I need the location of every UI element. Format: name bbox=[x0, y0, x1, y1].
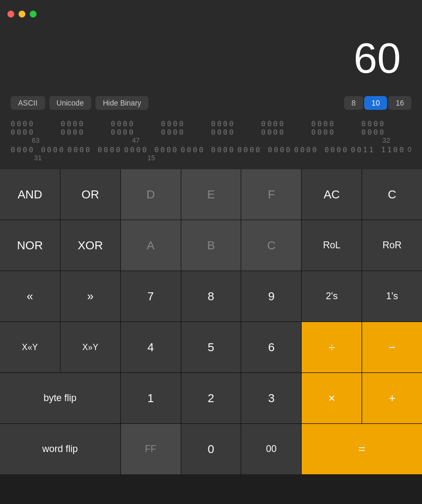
pos-15: 15 bbox=[147, 154, 155, 162]
c2-button[interactable]: C bbox=[241, 220, 301, 271]
f-button[interactable]: F bbox=[241, 169, 301, 220]
twos-comp-button[interactable]: 2's bbox=[302, 271, 362, 321]
bits-15: 0000 0000 bbox=[124, 145, 179, 154]
bits-47: 0000 0000 bbox=[111, 119, 161, 136]
display-area: 60 bbox=[0, 28, 422, 92]
binary-block-g1: 0000 0000 bbox=[211, 119, 261, 144]
hide-binary-button[interactable]: Hide Binary bbox=[95, 96, 148, 110]
xshiftlefty-button[interactable]: X«Y bbox=[0, 322, 60, 372]
binary-block-g3: 0000 0000 bbox=[311, 119, 362, 144]
or-button[interactable]: OR bbox=[60, 169, 120, 220]
xshiftrighty-button[interactable]: X»Y bbox=[60, 322, 120, 372]
add-button[interactable]: + bbox=[362, 373, 422, 423]
binary-block-15: 0000 0000 15 bbox=[124, 145, 179, 162]
binary-block-55: 0000 0000 bbox=[61, 119, 111, 144]
c-button[interactable]: C bbox=[362, 169, 422, 220]
bits-h2: 0000 0000 bbox=[294, 145, 349, 154]
rol-button[interactable]: RoL bbox=[302, 220, 362, 271]
eight-button[interactable]: 8 bbox=[181, 271, 241, 321]
bits-31: 0000 0000 bbox=[11, 145, 65, 154]
pos-0: 0 bbox=[408, 145, 411, 153]
binary-block-39: 0000 0000 bbox=[161, 119, 212, 144]
shift-right-button[interactable]: » bbox=[60, 271, 120, 321]
bits-39: 0000 0000 bbox=[161, 119, 212, 136]
bits-32: 0000 0000 bbox=[362, 119, 412, 136]
b-button[interactable]: B bbox=[181, 220, 241, 271]
six-button[interactable]: 6 bbox=[241, 322, 301, 372]
binary-block-7: 0000 0000 bbox=[181, 145, 235, 162]
binary-block-47: 0000 0000 47 bbox=[111, 119, 161, 144]
ff-button[interactable]: FF bbox=[121, 424, 181, 474]
ones-comp-button[interactable]: 1's bbox=[362, 271, 422, 321]
zero-button[interactable]: 0 bbox=[181, 424, 241, 474]
bits-63: 0000 0000 bbox=[11, 119, 61, 136]
and-button[interactable]: AND bbox=[0, 169, 60, 220]
binary-block-63: 0000 0000 63 bbox=[11, 119, 61, 144]
a-button[interactable]: A bbox=[121, 220, 181, 271]
binary-block-23: 0000 0000 bbox=[67, 145, 122, 162]
binary-block-31: 0000 0000 31 bbox=[11, 145, 65, 162]
byte-flip-button[interactable]: byte flip bbox=[0, 373, 120, 423]
shift-left-button[interactable]: « bbox=[0, 271, 60, 321]
base-selector: 8 10 16 bbox=[344, 96, 411, 110]
unicode-button[interactable]: Unicode bbox=[49, 96, 91, 110]
xor-button[interactable]: XOR bbox=[60, 220, 120, 271]
bits-g1: 0000 0000 bbox=[211, 119, 261, 136]
subtract-button[interactable]: − bbox=[362, 322, 422, 372]
e-button[interactable]: E bbox=[181, 169, 241, 220]
maximize-button[interactable] bbox=[30, 11, 37, 18]
binary-block-h1: 0000 0000 bbox=[238, 145, 292, 162]
bits-g3: 0000 0000 bbox=[311, 119, 362, 136]
pos-63: 63 bbox=[32, 136, 39, 144]
five-button[interactable]: 5 bbox=[181, 322, 241, 372]
calculator-grid: AND OR D E F AC C NOR XOR A B C RoL RoR … bbox=[0, 169, 422, 474]
title-bar bbox=[0, 0, 422, 28]
binary-block-g2: 0000 0000 bbox=[261, 119, 312, 144]
multiply-button[interactable]: × bbox=[302, 373, 362, 423]
double-zero-button[interactable]: 00 bbox=[241, 424, 301, 474]
binary-block-h3: 0011 1100 bbox=[351, 145, 406, 162]
binary-block-0: 0 bbox=[408, 145, 411, 162]
base-16-button[interactable]: 16 bbox=[388, 96, 411, 110]
seven-button[interactable]: 7 bbox=[121, 271, 181, 321]
nine-button[interactable]: 9 bbox=[241, 271, 301, 321]
word-flip-button[interactable]: word flip bbox=[0, 424, 120, 474]
nor-button[interactable]: NOR bbox=[0, 220, 60, 271]
equals-button[interactable]: = bbox=[302, 424, 422, 474]
two-button[interactable]: 2 bbox=[181, 373, 241, 423]
pos-32: 32 bbox=[383, 136, 390, 144]
bits-23: 0000 0000 bbox=[67, 145, 122, 154]
four-button[interactable]: 4 bbox=[121, 322, 181, 372]
binary-block-h2: 0000 0000 bbox=[294, 145, 349, 162]
ascii-button[interactable]: ASCII bbox=[11, 96, 45, 110]
toolbar: ASCII Unicode Hide Binary 8 10 16 bbox=[0, 92, 422, 116]
bits-55: 0000 0000 bbox=[61, 119, 111, 136]
base-10-button[interactable]: 10 bbox=[364, 96, 388, 110]
divide-button[interactable]: ÷ bbox=[302, 322, 362, 372]
bits-7: 0000 0000 bbox=[181, 145, 235, 154]
pos-31: 31 bbox=[34, 154, 41, 162]
close-button[interactable] bbox=[7, 11, 14, 18]
main-display: 60 bbox=[11, 28, 411, 86]
bits-h1: 0000 0000 bbox=[238, 145, 292, 154]
minimize-button[interactable] bbox=[19, 11, 25, 18]
ac-button[interactable]: AC bbox=[302, 169, 362, 220]
d-button[interactable]: D bbox=[121, 169, 181, 220]
pos-47: 47 bbox=[132, 136, 139, 144]
base-8-button[interactable]: 8 bbox=[344, 96, 363, 110]
one-button[interactable]: 1 bbox=[121, 373, 181, 423]
binary-display: 0000 0000 63 0000 0000 0000 0000 47 0000… bbox=[0, 116, 422, 169]
binary-block-32: 0000 0000 32 bbox=[362, 119, 412, 144]
bits-h3: 0011 1100 bbox=[351, 145, 406, 154]
three-button[interactable]: 3 bbox=[241, 373, 301, 423]
bits-g2: 0000 0000 bbox=[261, 119, 312, 136]
ror-button[interactable]: RoR bbox=[362, 220, 422, 271]
